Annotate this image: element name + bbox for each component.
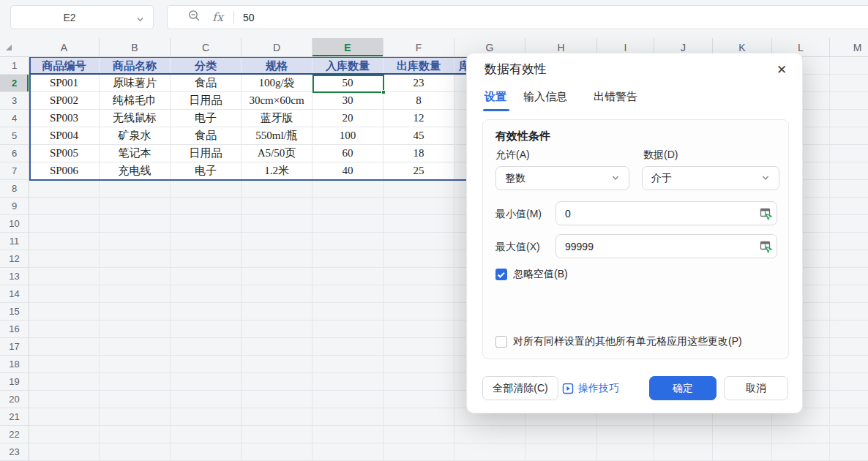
min-value-input[interactable] [555, 201, 777, 225]
cell-A7[interactable]: SP006 [29, 162, 100, 180]
row-header-19[interactable]: 19 [0, 373, 29, 391]
table-header-cell[interactable]: 出库数量 [384, 57, 454, 75]
row-header-20[interactable]: 20 [0, 391, 29, 408]
row-header-2[interactable]: 2 [0, 75, 29, 92]
column-header-D[interactable]: D [242, 38, 313, 56]
row-header-14[interactable]: 14 [0, 285, 29, 303]
cell-D5[interactable]: 550ml/瓶 [242, 127, 313, 145]
row-header-7[interactable]: 7 [0, 162, 29, 180]
cancel-button[interactable]: 取消 [724, 376, 788, 400]
apply-all-checkbox[interactable]: 对所有同样设置的其他所有单元格应用这些更改(P) [495, 335, 742, 348]
formula-bar[interactable]: fx 50 [167, 5, 868, 29]
cell-B3[interactable]: 纯棉毛巾 [100, 92, 171, 110]
cell-B6[interactable]: 笔记本 [100, 145, 171, 162]
cell-E4[interactable]: 20 [313, 110, 384, 127]
allow-select[interactable]: 整数 [495, 166, 629, 190]
cell-F2[interactable]: 23 [384, 75, 454, 92]
validation-condition-panel: 有效性条件 允许(A) 数据(D) 整数 介于 最小值(M) 最大值(X) 忽 [482, 119, 789, 359]
cell-D4[interactable]: 蓝牙版 [242, 110, 313, 127]
ok-button[interactable]: 确定 [649, 376, 717, 400]
row-header-8[interactable]: 8 [0, 180, 29, 198]
tab-input-message[interactable]: 输入信息 [523, 90, 567, 104]
cell-D2[interactable]: 100g/袋 [242, 75, 313, 92]
row-header-13[interactable]: 13 [0, 268, 29, 285]
tab-settings[interactable]: 设置 [484, 90, 506, 104]
cell-E6[interactable]: 60 [313, 145, 384, 162]
cell-D7[interactable]: 1.2米 [242, 162, 313, 180]
row-header-10[interactable]: 10 [0, 215, 29, 233]
table-header-cell[interactable]: 商品编号 [29, 57, 100, 75]
row-header-6[interactable]: 6 [0, 145, 29, 162]
row-header-11[interactable]: 11 [0, 233, 29, 250]
row-header-9[interactable]: 9 [0, 198, 29, 215]
row-header-21[interactable]: 21 [0, 408, 29, 426]
cell-A4[interactable]: SP003 [29, 110, 100, 127]
row-header-12[interactable]: 12 [0, 250, 29, 268]
cell-D3[interactable]: 30cm×60cm [242, 92, 313, 110]
cell-F7[interactable]: 25 [384, 162, 454, 180]
column-header-M[interactable]: M [830, 38, 868, 56]
cell-E7[interactable]: 40 [313, 162, 384, 180]
cell-B4[interactable]: 无线鼠标 [100, 110, 171, 127]
formula-bar-divider [233, 11, 234, 24]
close-icon[interactable]: ✕ [773, 61, 790, 78]
cell-A5[interactable]: SP004 [29, 127, 100, 145]
row-header-5[interactable]: 5 [0, 127, 29, 145]
cell-B2[interactable]: 原味薯片 [100, 75, 171, 92]
select-all-corner[interactable] [0, 38, 29, 57]
tips-link[interactable]: 操作技巧 [562, 376, 619, 400]
dialog-title: 数据有效性 [484, 61, 547, 78]
cell-F6[interactable]: 18 [384, 145, 454, 162]
table-header-cell[interactable]: 商品名称 [100, 57, 171, 75]
cell-C5[interactable]: 食品 [171, 127, 242, 145]
cell-A2[interactable]: SP001 [29, 75, 100, 92]
cell-F5[interactable]: 45 [384, 127, 454, 145]
row-header-17[interactable]: 17 [0, 338, 29, 356]
cell-E2[interactable]: 50 [313, 75, 384, 92]
table-header-cell[interactable]: 分类 [171, 57, 242, 75]
range-picker-icon[interactable] [760, 207, 773, 220]
row-header-3[interactable]: 3 [0, 92, 29, 110]
search-icon[interactable] [188, 10, 201, 25]
cell-B5[interactable]: 矿泉水 [100, 127, 171, 145]
row-header-1[interactable]: 1 [0, 57, 29, 75]
table-header-cell[interactable]: 规格 [242, 57, 313, 75]
cell-B7[interactable]: 充电线 [100, 162, 171, 180]
name-box[interactable]: E2 [10, 5, 154, 29]
data-select[interactable]: 介于 [642, 166, 779, 190]
cell-C7[interactable]: 电子 [171, 162, 242, 180]
formula-bar-value[interactable]: 50 [243, 12, 255, 23]
column-header-E[interactable]: E [313, 38, 384, 56]
apply-all-label: 对所有同样设置的其他所有单元格应用这些更改(P) [513, 335, 742, 348]
row-header-23[interactable]: 23 [0, 443, 29, 461]
cell-A6[interactable]: SP005 [29, 145, 100, 162]
cell-E3[interactable]: 30 [313, 92, 384, 110]
tab-error-alert[interactable]: 出错警告 [594, 90, 637, 104]
column-header-B[interactable]: B [100, 38, 171, 56]
column-header-A[interactable]: A [29, 38, 100, 56]
chevron-down-icon [761, 173, 770, 184]
cell-C4[interactable]: 电子 [171, 110, 242, 127]
cell-C3[interactable]: 日用品 [171, 92, 242, 110]
max-value-input[interactable] [555, 234, 777, 258]
insert-function-icon[interactable]: fx [212, 10, 223, 24]
row-header-16[interactable]: 16 [0, 321, 29, 338]
ignore-blank-checkbox[interactable]: 忽略空值(B) [495, 268, 568, 281]
cell-E5[interactable]: 100 [313, 127, 384, 145]
row-header-strip: 1234567891011121314151617181920212223 [0, 57, 29, 461]
cell-F4[interactable]: 12 [384, 110, 454, 127]
cell-F3[interactable]: 8 [384, 92, 454, 110]
row-header-18[interactable]: 18 [0, 356, 29, 373]
clear-all-button[interactable]: 全部清除(C) [482, 376, 558, 400]
range-picker-icon[interactable] [760, 240, 773, 253]
column-header-C[interactable]: C [171, 38, 242, 56]
cell-D6[interactable]: A5/50页 [242, 145, 313, 162]
row-header-4[interactable]: 4 [0, 110, 29, 127]
cell-C2[interactable]: 食品 [171, 75, 242, 92]
row-header-22[interactable]: 22 [0, 426, 29, 443]
table-header-cell[interactable]: 入库数量 [313, 57, 384, 75]
row-header-15[interactable]: 15 [0, 303, 29, 321]
cell-C6[interactable]: 日用品 [171, 145, 242, 162]
cell-A3[interactable]: SP002 [29, 92, 100, 110]
column-header-F[interactable]: F [384, 38, 454, 56]
